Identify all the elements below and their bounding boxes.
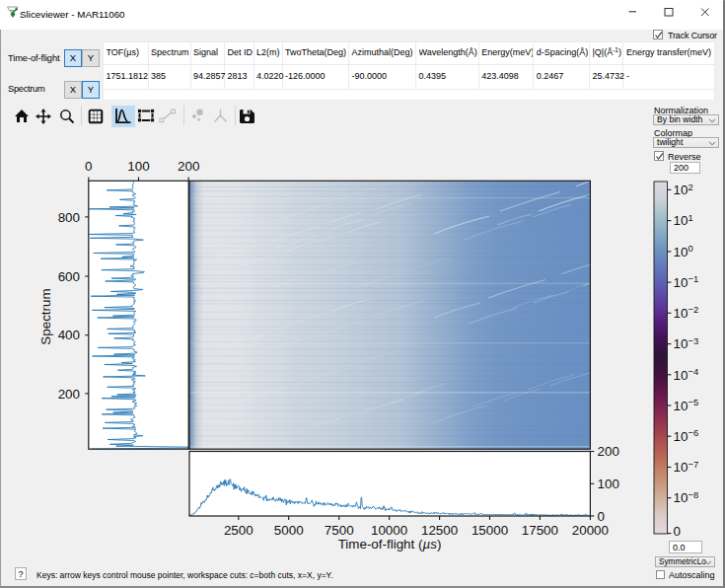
svg-text:15000: 15000	[471, 523, 508, 538]
svg-text:Time-of-flight (µs): Time-of-flight (µs)	[338, 537, 442, 551]
svg-text:10−1: 10−1	[674, 273, 699, 290]
svg-text:17500: 17500	[522, 523, 558, 538]
svg-text:0: 0	[674, 524, 681, 539]
svg-text:400: 400	[58, 328, 80, 342]
svg-text:10−8: 10−8	[674, 489, 699, 506]
svg-text:10−6: 10−6	[674, 427, 699, 444]
svg-text:Spectrum: Spectrum	[38, 288, 53, 344]
svg-text:2500: 2500	[224, 523, 254, 538]
svg-text:100: 100	[674, 243, 693, 259]
svg-text:800: 800	[58, 210, 80, 225]
svg-text:10−5: 10−5	[674, 397, 699, 413]
svg-text:100: 100	[127, 159, 149, 174]
svg-text:200: 200	[58, 387, 80, 402]
svg-text:101: 101	[674, 212, 693, 229]
svg-text:100: 100	[598, 477, 619, 491]
svg-text:10−2: 10−2	[674, 304, 699, 321]
svg-text:0: 0	[598, 509, 605, 524]
svg-text:10−7: 10−7	[674, 459, 699, 476]
svg-text:600: 600	[58, 269, 80, 284]
svg-text:20000: 20000	[572, 523, 609, 538]
svg-text:5000: 5000	[274, 523, 304, 538]
svg-text:200: 200	[178, 159, 199, 174]
svg-text:0: 0	[85, 159, 92, 174]
svg-text:102: 102	[674, 182, 693, 198]
svg-text:10−3: 10−3	[674, 335, 699, 352]
svg-text:200: 200	[598, 444, 619, 459]
svg-text:10−4: 10−4	[674, 366, 699, 383]
